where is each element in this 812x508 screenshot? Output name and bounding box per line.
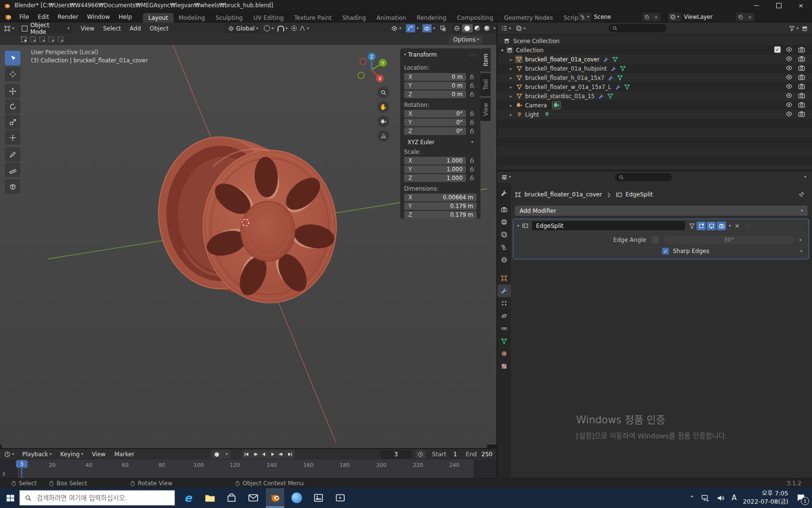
hide-eye-icon[interactable]: [785, 46, 793, 53]
collapse-panel-icon[interactable]: ▾: [404, 53, 406, 57]
menu-window[interactable]: Window: [83, 14, 114, 20]
playhead-label[interactable]: 3: [16, 460, 28, 468]
chevron-down-icon[interactable]: ▾: [804, 175, 806, 179]
camera-view-button[interactable]: [377, 116, 389, 127]
delete-modifier-button[interactable]: ×: [735, 223, 740, 229]
light-data-icon[interactable]: [544, 111, 550, 118]
menu-render[interactable]: Render: [53, 14, 83, 20]
tool-measure[interactable]: [5, 163, 20, 177]
timeline-menu-keying[interactable]: Keying▾: [56, 451, 87, 458]
rotation-mode-dropdown[interactable]: XYZ Euler ▾: [404, 138, 477, 147]
disclosure-triangle-icon[interactable]: ▸: [510, 75, 512, 80]
navigation-gizmo[interactable]: Z Y X: [354, 51, 389, 86]
tool-annotate[interactable]: [5, 147, 20, 162]
dimensions-z-field[interactable]: Z0.179 m: [404, 211, 477, 219]
viewport-menu-add[interactable]: Add: [125, 25, 145, 32]
lock-icon[interactable]: [469, 74, 475, 80]
outliner-row-camera[interactable]: ▸ Camera: [497, 101, 812, 110]
lock-icon[interactable]: [469, 175, 475, 181]
display-on-cage-toggle[interactable]: [696, 222, 706, 230]
scene-selector[interactable]: ▾ Scene ×: [578, 13, 661, 21]
taskbar-mail-icon[interactable]: [244, 488, 262, 508]
taskbar-store-icon[interactable]: [222, 488, 241, 508]
disclosure-triangle-icon[interactable]: ▸: [510, 57, 512, 62]
rotation-x-field[interactable]: X0°: [404, 110, 466, 118]
workspace-tab-rendering[interactable]: Rendering: [411, 13, 451, 23]
scene-unlink-button[interactable]: ×: [652, 13, 661, 21]
display-realtime-toggle[interactable]: [707, 222, 716, 230]
select-mode-intersect-icon[interactable]: [57, 36, 64, 43]
viewport-canvas[interactable]: User Perspective (Local) (3) Collection …: [0, 45, 496, 445]
lock-icon[interactable]: [469, 128, 475, 134]
outliner-filter-button[interactable]: ▾: [789, 25, 798, 31]
modifier-wrench-icon[interactable]: [611, 66, 617, 72]
menu-help[interactable]: Help: [114, 14, 136, 20]
scene-copy-button[interactable]: [642, 13, 652, 21]
tool-transform[interactable]: [5, 130, 20, 145]
tab-output[interactable]: [497, 216, 511, 228]
outliner-row-scene-collection[interactable]: Scene Collection: [497, 36, 812, 45]
hide-eye-icon[interactable]: [785, 64, 793, 72]
orientation-dropdown[interactable]: Global ▾: [225, 24, 261, 33]
select-mode-extend-icon[interactable]: [29, 36, 37, 43]
shading-solid-button[interactable]: [462, 24, 473, 32]
rotation-z-field[interactable]: Z0°: [404, 127, 466, 135]
dimensions-x-field[interactable]: X0.00664 m: [404, 194, 477, 201]
end-frame-field[interactable]: End 250: [462, 450, 496, 459]
minimize-button[interactable]: [745, 0, 768, 11]
keying-set-dropdown[interactable]: ▾: [223, 450, 231, 459]
use-preview-range-button[interactable]: [416, 450, 425, 459]
disclosure-triangle-icon[interactable]: ▾: [501, 48, 504, 53]
outliner-row-object[interactable]: ▸ bruckell_floater_w_01a_15x7_L: [497, 82, 812, 91]
menu-edit[interactable]: Edit: [33, 14, 53, 20]
hide-eye-icon[interactable]: [785, 110, 793, 118]
jump-to-end-button[interactable]: [286, 452, 294, 457]
modifier-drag-handle[interactable]: ::::: [746, 224, 754, 228]
outliner-row-object[interactable]: ▸ bruckell_floater_01a_cover: [497, 55, 812, 64]
perspective-toggle-button[interactable]: [377, 130, 389, 142]
workspace-tab-modeling[interactable]: Modeling: [174, 13, 211, 23]
tab-view-layer[interactable]: [497, 228, 511, 241]
breadcrumb-modifier[interactable]: EdgeSplit: [625, 191, 653, 198]
outliner-display-mode-dropdown[interactable]: ▾: [516, 25, 525, 31]
outliner-row-object[interactable]: ▸ bruckell_floater_01a_hubjoint: [497, 64, 812, 73]
render-visibility-icon[interactable]: [798, 64, 805, 72]
tool-add-cube[interactable]: [5, 179, 20, 194]
mesh-data-icon[interactable]: [607, 93, 613, 99]
editor-type-button[interactable]: ▾: [4, 25, 14, 32]
new-collection-button[interactable]: [801, 25, 808, 32]
auto-keying-toggle[interactable]: [211, 450, 223, 459]
workspace-tab-texture-paint[interactable]: Texture Paint: [289, 13, 337, 23]
taskbar-video-editor-icon[interactable]: [331, 488, 349, 508]
properties-editor-type-button[interactable]: ▾: [501, 174, 511, 180]
close-button[interactable]: ×: [790, 0, 812, 11]
play-button[interactable]: [268, 452, 277, 457]
options-dropdown[interactable]: Options ▾: [450, 35, 483, 44]
disclosure-triangle-icon[interactable]: ▸: [510, 112, 512, 117]
timeline-menu-playback[interactable]: Playback▾: [18, 451, 56, 458]
rotation-y-field[interactable]: Y0°: [404, 119, 466, 126]
modifier-name-field[interactable]: EdgeSplit: [532, 221, 685, 230]
location-z-field[interactable]: Z0 m: [404, 90, 466, 98]
start-frame-field[interactable]: Start 1: [428, 450, 461, 459]
animate-decorator[interactable]: [799, 239, 801, 241]
dimensions-y-field[interactable]: Y0.179 m: [404, 202, 477, 210]
scale-x-field[interactable]: X1.000: [404, 157, 466, 164]
modifier-wrench-icon[interactable]: [608, 75, 614, 81]
modifier-wrench-icon[interactable]: [598, 93, 604, 99]
add-modifier-button[interactable]: Add Modifier ▾: [515, 206, 808, 216]
taskbar-blender-icon[interactable]: [266, 488, 284, 508]
taskbar-browser-icon[interactable]: [288, 488, 306, 508]
render-visibility-icon[interactable]: [798, 110, 805, 118]
edge-angle-slider[interactable]: 30°: [663, 236, 795, 244]
tool-move[interactable]: [5, 84, 20, 98]
render-visibility-icon[interactable]: [798, 46, 805, 53]
tab-particles[interactable]: [497, 297, 511, 310]
workspace-tab-animation[interactable]: Animation: [371, 13, 411, 23]
shading-rendered-button[interactable]: [482, 26, 492, 31]
tool-cursor[interactable]: [5, 67, 20, 81]
breadcrumb-object[interactable]: bruckell_floater_01a_cover: [524, 191, 602, 198]
render-visibility-icon[interactable]: [798, 74, 805, 81]
jump-to-start-button[interactable]: [242, 452, 251, 457]
collapse-panel-icon[interactable]: ▾: [517, 224, 519, 228]
